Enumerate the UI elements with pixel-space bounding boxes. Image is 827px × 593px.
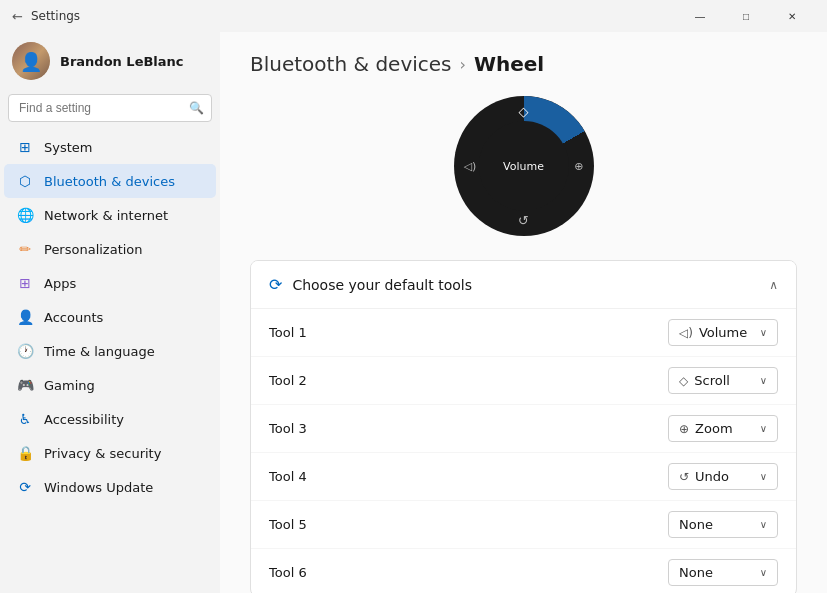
nav-icon-update: ⟳ [16, 478, 34, 496]
nav-icon-accessibility: ♿ [16, 410, 34, 428]
back-icon[interactable]: ← [12, 9, 23, 24]
breadcrumb-separator: › [460, 55, 466, 74]
nav-label-gaming: Gaming [44, 378, 95, 393]
tool-label-6: Tool 6 [269, 565, 307, 580]
nav-icon-system: ⊞ [16, 138, 34, 156]
user-name: Brandon LeBlanc [60, 54, 184, 69]
nav-icon-apps: ⊞ [16, 274, 34, 292]
tool-label-3: Tool 3 [269, 421, 307, 436]
tool-select-2[interactable]: ◇ Scroll ∨ [668, 367, 778, 394]
tool-select-inner-3: ⊕ Zoom [679, 421, 733, 436]
search-box: 🔍 [8, 94, 212, 122]
nav-label-bluetooth: Bluetooth & devices [44, 174, 175, 189]
tool-value-3: Zoom [695, 421, 732, 436]
titlebar: ← Settings — □ ✕ [0, 0, 827, 32]
search-input[interactable] [8, 94, 212, 122]
sidebar-item-accessibility[interactable]: ♿ Accessibility [4, 402, 216, 436]
wheel-diagram: ◇ ◁) ⊕ ↺ Volume [454, 96, 594, 236]
tool-value-5: None [679, 517, 713, 532]
tool-label-1: Tool 1 [269, 325, 307, 340]
breadcrumb-parent[interactable]: Bluetooth & devices [250, 52, 452, 76]
wheel-left-icon: ◁) [464, 160, 477, 173]
nav-label-privacy: Privacy & security [44, 446, 161, 461]
nav-label-accessibility: Accessibility [44, 412, 124, 427]
card-header-left: ⟳ Choose your default tools [269, 275, 472, 294]
nav-label-update: Windows Update [44, 480, 153, 495]
tool-dropdown-arrow-6: ∨ [760, 567, 767, 578]
sidebar-item-system[interactable]: ⊞ System [4, 130, 216, 164]
card-header[interactable]: ⟳ Choose your default tools ∧ [251, 261, 796, 309]
tool-select-4[interactable]: ↺ Undo ∨ [668, 463, 778, 490]
tool-select-inner-4: ↺ Undo [679, 469, 729, 484]
nav-icon-time: 🕐 [16, 342, 34, 360]
tool-select-6[interactable]: None ∨ [668, 559, 778, 586]
tool-value-4: Undo [695, 469, 729, 484]
tool-row-5: Tool 5 None ∨ [251, 501, 796, 549]
tool-dropdown-arrow-5: ∨ [760, 519, 767, 530]
nav-icon-accounts: 👤 [16, 308, 34, 326]
tool-icon-2: ◇ [679, 374, 688, 388]
breadcrumb: Bluetooth & devices › Wheel [250, 52, 797, 76]
avatar: 👤 [12, 42, 50, 80]
tool-select-inner-5: None [679, 517, 713, 532]
close-button[interactable]: ✕ [769, 0, 815, 32]
nav-label-accounts: Accounts [44, 310, 103, 325]
nav-label-time: Time & language [44, 344, 155, 359]
tool-select-1[interactable]: ◁) Volume ∨ [668, 319, 778, 346]
wheel-outer: ◇ ◁) ⊕ ↺ Volume [454, 96, 594, 236]
sidebar-item-privacy[interactable]: 🔒 Privacy & security [4, 436, 216, 470]
sidebar-item-personalization[interactable]: ✏ Personalization [4, 232, 216, 266]
tool-dropdown-arrow-2: ∨ [760, 375, 767, 386]
sidebar-item-time[interactable]: 🕐 Time & language [4, 334, 216, 368]
nav-icon-network: 🌐 [16, 206, 34, 224]
wheel-bottom-icon: ↺ [518, 213, 529, 228]
tool-value-6: None [679, 565, 713, 580]
titlebar-left: ← Settings [12, 9, 80, 24]
sidebar-item-update[interactable]: ⟳ Windows Update [4, 470, 216, 504]
titlebar-controls: — □ ✕ [677, 0, 815, 32]
user-profile: 👤 Brandon LeBlanc [0, 32, 220, 94]
tool-select-5[interactable]: None ∨ [668, 511, 778, 538]
tool-dropdown-arrow-3: ∨ [760, 423, 767, 434]
nav-label-personalization: Personalization [44, 242, 143, 257]
wheel-icons: ◇ ◁) ⊕ ↺ [454, 96, 594, 236]
tool-dropdown-arrow-1: ∨ [760, 327, 767, 338]
sidebar-item-network[interactable]: 🌐 Network & internet [4, 198, 216, 232]
tool-icon-4: ↺ [679, 470, 689, 484]
tool-select-inner-1: ◁) Volume [679, 325, 747, 340]
nav-label-apps: Apps [44, 276, 76, 291]
maximize-button[interactable]: □ [723, 0, 769, 32]
card-header-title: Choose your default tools [292, 277, 472, 293]
nav-icon-bluetooth: ⬡ [16, 172, 34, 190]
wheel-right-icon: ⊕ [574, 160, 583, 173]
wheel-container: ◇ ◁) ⊕ ↺ Volume [250, 96, 797, 236]
tool-select-inner-6: None [679, 565, 713, 580]
tool-row-2: Tool 2 ◇ Scroll ∨ [251, 357, 796, 405]
tool-row-4: Tool 4 ↺ Undo ∨ [251, 453, 796, 501]
sidebar-item-bluetooth[interactable]: ⬡ Bluetooth & devices [4, 164, 216, 198]
search-icon: 🔍 [189, 101, 204, 115]
tool-label-5: Tool 5 [269, 517, 307, 532]
tool-icon-1: ◁) [679, 326, 693, 340]
tool-dropdown-arrow-4: ∨ [760, 471, 767, 482]
minimize-button[interactable]: — [677, 0, 723, 32]
tool-row-3: Tool 3 ⊕ Zoom ∨ [251, 405, 796, 453]
nav-icon-gaming: 🎮 [16, 376, 34, 394]
tool-row-1: Tool 1 ◁) Volume ∨ [251, 309, 796, 357]
tool-label-4: Tool 4 [269, 469, 307, 484]
tools-card: ⟳ Choose your default tools ∧ Tool 1 ◁) … [250, 260, 797, 593]
sidebar: 👤 Brandon LeBlanc 🔍 ⊞ System ⬡ Bluetooth… [0, 32, 220, 593]
tool-select-3[interactable]: ⊕ Zoom ∨ [668, 415, 778, 442]
app-body: 👤 Brandon LeBlanc 🔍 ⊞ System ⬡ Bluetooth… [0, 32, 827, 593]
sidebar-item-gaming[interactable]: 🎮 Gaming [4, 368, 216, 402]
card-chevron-icon: ∧ [769, 278, 778, 292]
app-title: Settings [31, 9, 80, 23]
sidebar-item-accounts[interactable]: 👤 Accounts [4, 300, 216, 334]
tool-value-2: Scroll [694, 373, 730, 388]
tool-select-inner-2: ◇ Scroll [679, 373, 730, 388]
nav-icon-privacy: 🔒 [16, 444, 34, 462]
sidebar-item-apps[interactable]: ⊞ Apps [4, 266, 216, 300]
avatar-image: 👤 [12, 42, 50, 80]
main-content: Bluetooth & devices › Wheel ◇ ◁) ⊕ ↺ Vol… [220, 32, 827, 593]
tools-list: Tool 1 ◁) Volume ∨ Tool 2 ◇ Scroll ∨ Too… [251, 309, 796, 593]
